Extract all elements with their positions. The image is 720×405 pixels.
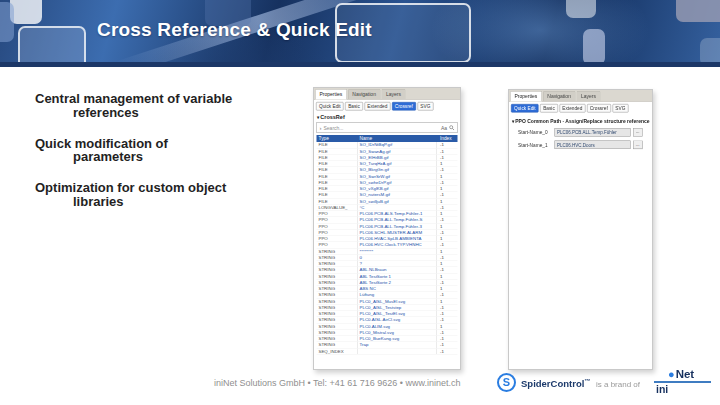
cell-name: PLC06.HVC.Clock.TYP.VHNHC bbox=[358, 242, 437, 248]
cell-type: PPO bbox=[317, 230, 358, 236]
ininet-logo-ini: ini bbox=[656, 383, 711, 395]
brand-name: SpiderControl bbox=[521, 378, 584, 389]
cell-type: FILE bbox=[317, 155, 358, 161]
cell-type: FILE bbox=[317, 186, 358, 192]
table-header-row: Type Name Index bbox=[317, 135, 458, 142]
cell-name: ******** bbox=[358, 248, 437, 254]
extended-button[interactable]: Extended bbox=[364, 102, 390, 111]
column-header-type[interactable]: Type bbox=[317, 135, 358, 142]
cell-index: -1 bbox=[437, 280, 455, 286]
cell-name: 0 bbox=[358, 255, 437, 261]
basic-button[interactable]: Basic bbox=[540, 104, 558, 113]
search-input[interactable]: › Search... Aa bbox=[317, 122, 458, 133]
crossref-button[interactable]: Crossref bbox=[392, 102, 416, 111]
cell-name: SO_swheDrP.gif bbox=[358, 180, 437, 186]
cell-type: STRING bbox=[317, 317, 358, 323]
page-title: Cross Reference & Quick Edit bbox=[97, 19, 372, 41]
cell-type: PPO bbox=[317, 211, 358, 217]
tab-navigation[interactable]: Navigation bbox=[543, 91, 576, 101]
crossref-button[interactable]: Crossref bbox=[587, 104, 611, 113]
cell-name: PLC0.ALIM.svg bbox=[358, 323, 437, 329]
slide: Cross Reference & Quick Edit Central man… bbox=[0, 0, 720, 405]
quick-edit-button[interactable]: Quick Edit bbox=[511, 104, 539, 113]
cell-name: SO_nutersM.gif bbox=[358, 192, 437, 198]
start-name-1-input[interactable]: PLC06.HVC.Doors bbox=[555, 141, 631, 150]
cell-name: SO_ElHrBB.gif bbox=[358, 155, 437, 161]
bullet-item: Quick modification of parameters bbox=[35, 137, 300, 165]
tab-bar: Properties Navigation Layers bbox=[314, 88, 460, 100]
quick-edit-button[interactable]: Quick Edit bbox=[316, 102, 344, 111]
cell-index: 1 bbox=[437, 198, 455, 204]
cell-name: SO_BkrgGn.gif bbox=[358, 167, 437, 173]
browse-button[interactable]: ... bbox=[633, 141, 643, 150]
cell-index: 1 bbox=[437, 273, 455, 279]
extended-button[interactable]: Extended bbox=[559, 104, 585, 113]
slide-header: Cross Reference & Quick Edit bbox=[0, 0, 720, 62]
cell-index: -1 bbox=[437, 205, 455, 211]
cell-index: 1 bbox=[437, 286, 455, 292]
cell-type: FILE bbox=[317, 173, 358, 179]
field-label: Start-Name_1 bbox=[512, 142, 552, 148]
column-header-index[interactable]: Index bbox=[437, 135, 455, 142]
ininet-logo: ●Net ini bbox=[654, 368, 711, 395]
tab-layers[interactable]: Layers bbox=[381, 89, 405, 99]
browse-button[interactable]: ... bbox=[633, 128, 643, 137]
cell-index: 1 bbox=[437, 261, 455, 267]
cell-index: -1 bbox=[437, 255, 455, 261]
svg-button[interactable]: SVG bbox=[417, 102, 433, 111]
cell-name: ? bbox=[358, 261, 437, 267]
cell-type: LONGVALUE_ bbox=[317, 205, 358, 211]
decor-square bbox=[566, 0, 596, 18]
cell-name bbox=[358, 348, 437, 354]
cell-index: 1 bbox=[437, 323, 455, 329]
tab-properties[interactable]: Properties bbox=[510, 91, 542, 102]
tree-label: CrossRef bbox=[320, 114, 344, 120]
cell-name: PLC06.HVAC.SpLB.AMBIENTA bbox=[358, 236, 437, 242]
dot-icon: ● bbox=[668, 368, 675, 380]
start-name-0-input[interactable]: PLC06.PCB.ALL.Temp.Fühler bbox=[555, 128, 631, 137]
cell-index: -1 bbox=[437, 217, 455, 223]
decor-square bbox=[583, 29, 605, 62]
cell-index: 1 bbox=[437, 223, 455, 229]
crossref-panel: Properties Navigation Layers Quick Edit … bbox=[313, 87, 461, 370]
chevron-down-icon: ▾ bbox=[512, 119, 514, 124]
cell-index: 1 bbox=[437, 298, 455, 304]
cell-index: 1 bbox=[437, 236, 455, 242]
ppo-common-path-header[interactable]: ▾PPO Common Path - Assign/Replace struct… bbox=[509, 115, 652, 127]
cell-name: Trap bbox=[358, 342, 437, 348]
search-placeholder: Search... bbox=[324, 125, 439, 131]
cell-name: SO_SwrSrW.gif bbox=[358, 173, 437, 179]
cell-name: ABL TestSorte 1 bbox=[358, 273, 437, 279]
column-header-name[interactable]: Name bbox=[358, 135, 437, 142]
cell-type: STRING bbox=[317, 330, 358, 336]
cell-type: STRING bbox=[317, 248, 358, 254]
cell-name: ABS NC bbox=[358, 286, 437, 292]
cell-name: °C bbox=[358, 205, 437, 211]
cell-type: FILE bbox=[317, 180, 358, 186]
bullet-item: Central management of variable reference… bbox=[35, 92, 300, 120]
ininet-logo-net: Net bbox=[676, 368, 695, 380]
cell-type: STRING bbox=[317, 273, 358, 279]
header-divider bbox=[0, 62, 720, 67]
cell-name: SO_TurqHzA.gif bbox=[358, 161, 437, 167]
crossref-tree-header[interactable]: ▾CrossRef bbox=[314, 113, 460, 122]
tab-navigation[interactable]: Navigation bbox=[348, 89, 381, 99]
cell-type: STRING bbox=[317, 298, 358, 304]
ininet-logo-top: ●Net bbox=[654, 368, 711, 381]
bullet-list: Central management of variable reference… bbox=[35, 92, 300, 226]
cell-type: STRING bbox=[317, 305, 358, 311]
cell-name: SO_SwanAg.gif bbox=[358, 148, 437, 154]
cell-name: Lüftung bbox=[358, 292, 437, 298]
cell-type: STRING bbox=[317, 261, 358, 267]
svg-button[interactable]: SVG bbox=[612, 104, 628, 113]
tab-layers[interactable]: Layers bbox=[576, 91, 600, 101]
cell-index: -1 bbox=[437, 242, 455, 248]
basic-button[interactable]: Basic bbox=[345, 102, 363, 111]
cell-index: -1 bbox=[437, 342, 455, 348]
match-case-toggle[interactable]: Aa bbox=[441, 125, 447, 131]
table-row[interactable]: SEQ_INDEX -1 bbox=[317, 348, 458, 354]
cell-name: PLC06.PCB.ALS.Temp.Fühler-1 bbox=[358, 211, 437, 217]
spidercontrol-wordmark: SpiderControl™ bbox=[521, 378, 590, 389]
field-label: Start-Name_0 bbox=[512, 130, 552, 136]
tab-properties[interactable]: Properties bbox=[315, 89, 347, 100]
